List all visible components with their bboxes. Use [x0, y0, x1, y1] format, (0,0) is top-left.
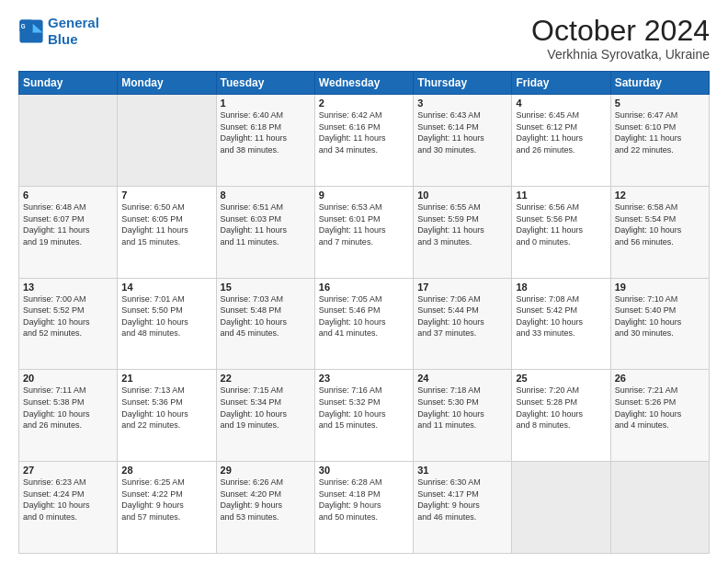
- week-row-4: 20Sunrise: 7:11 AM Sunset: 5:38 PM Dayli…: [19, 370, 710, 462]
- day-number: 1: [221, 98, 311, 109]
- day-cell: 2Sunrise: 6:42 AM Sunset: 6:16 PM Daylig…: [314, 95, 413, 187]
- day-number: 8: [221, 190, 311, 201]
- day-number: 9: [319, 190, 409, 201]
- calendar-header-row: Sunday Monday Tuesday Wednesday Thursday…: [19, 72, 710, 95]
- day-detail: Sunrise: 7:08 AM Sunset: 5:42 PM Dayligh…: [516, 293, 606, 339]
- day-cell: 22Sunrise: 7:15 AM Sunset: 5:34 PM Dayli…: [216, 370, 314, 462]
- day-number: 27: [23, 465, 113, 476]
- day-number: 30: [319, 465, 409, 476]
- day-detail: Sunrise: 6:48 AM Sunset: 6:07 PM Dayligh…: [23, 201, 113, 247]
- day-detail: Sunrise: 6:47 AM Sunset: 6:10 PM Dayligh…: [615, 109, 705, 155]
- day-detail: Sunrise: 7:15 AM Sunset: 5:34 PM Dayligh…: [221, 385, 311, 431]
- day-number: 19: [615, 282, 705, 293]
- day-number: 5: [615, 98, 705, 109]
- title-block: October 2024 Verkhnia Syrovatka, Ukraine: [531, 15, 710, 62]
- day-cell: 14Sunrise: 7:01 AM Sunset: 5:50 PM Dayli…: [118, 278, 216, 370]
- day-number: 17: [417, 282, 507, 293]
- th-sunday: Sunday: [19, 72, 118, 95]
- day-cell: 24Sunrise: 7:18 AM Sunset: 5:30 PM Dayli…: [414, 370, 512, 462]
- day-cell: 21Sunrise: 7:13 AM Sunset: 5:36 PM Dayli…: [118, 370, 216, 462]
- location-subtitle: Verkhnia Syrovatka, Ukraine: [531, 47, 710, 62]
- day-cell: 3Sunrise: 6:43 AM Sunset: 6:14 PM Daylig…: [414, 95, 512, 187]
- day-number: 3: [417, 98, 507, 109]
- th-thursday: Thursday: [414, 72, 512, 95]
- day-cell: 15Sunrise: 7:03 AM Sunset: 5:48 PM Dayli…: [216, 278, 314, 370]
- day-detail: Sunrise: 6:53 AM Sunset: 6:01 PM Dayligh…: [319, 201, 409, 247]
- day-detail: Sunrise: 7:06 AM Sunset: 5:44 PM Dayligh…: [417, 293, 507, 339]
- day-number: 10: [417, 190, 507, 201]
- day-cell: 12Sunrise: 6:58 AM Sunset: 5:54 PM Dayli…: [610, 186, 709, 278]
- day-cell: 11Sunrise: 6:56 AM Sunset: 5:56 PM Dayli…: [512, 186, 610, 278]
- day-detail: Sunrise: 7:20 AM Sunset: 5:28 PM Dayligh…: [516, 385, 606, 431]
- day-cell: 7Sunrise: 6:50 AM Sunset: 6:05 PM Daylig…: [118, 186, 216, 278]
- day-detail: Sunrise: 7:00 AM Sunset: 5:52 PM Dayligh…: [23, 293, 113, 339]
- day-detail: Sunrise: 6:25 AM Sunset: 4:22 PM Dayligh…: [121, 477, 211, 523]
- day-number: 14: [121, 282, 211, 293]
- th-saturday: Saturday: [610, 72, 709, 95]
- day-detail: Sunrise: 7:10 AM Sunset: 5:40 PM Dayligh…: [615, 293, 705, 339]
- th-wednesday: Wednesday: [314, 72, 413, 95]
- day-detail: Sunrise: 6:26 AM Sunset: 4:20 PM Dayligh…: [221, 477, 311, 523]
- week-row-3: 13Sunrise: 7:00 AM Sunset: 5:52 PM Dayli…: [19, 278, 710, 370]
- day-detail: Sunrise: 7:11 AM Sunset: 5:38 PM Dayligh…: [23, 385, 113, 431]
- day-number: 24: [417, 373, 507, 384]
- day-detail: Sunrise: 7:21 AM Sunset: 5:26 PM Dayligh…: [615, 385, 705, 431]
- day-cell: 16Sunrise: 7:05 AM Sunset: 5:46 PM Dayli…: [314, 278, 413, 370]
- day-detail: Sunrise: 6:51 AM Sunset: 6:03 PM Dayligh…: [221, 201, 311, 247]
- week-row-5: 27Sunrise: 6:23 AM Sunset: 4:24 PM Dayli…: [19, 462, 710, 554]
- day-detail: Sunrise: 6:30 AM Sunset: 4:17 PM Dayligh…: [417, 477, 507, 523]
- day-number: 23: [319, 373, 409, 384]
- logo-text: General Blue: [48, 15, 99, 48]
- day-cell: [610, 462, 709, 554]
- logo-line2: Blue: [48, 31, 78, 47]
- month-title: October 2024: [531, 15, 710, 47]
- day-detail: Sunrise: 6:50 AM Sunset: 6:05 PM Dayligh…: [121, 201, 211, 247]
- day-number: 22: [221, 373, 311, 384]
- day-detail: Sunrise: 6:40 AM Sunset: 6:18 PM Dayligh…: [221, 109, 311, 155]
- calendar-table: Sunday Monday Tuesday Wednesday Thursday…: [18, 71, 710, 554]
- day-detail: Sunrise: 7:01 AM Sunset: 5:50 PM Dayligh…: [121, 293, 211, 339]
- day-number: 20: [23, 373, 113, 384]
- day-cell: 9Sunrise: 6:53 AM Sunset: 6:01 PM Daylig…: [314, 186, 413, 278]
- day-cell: 1Sunrise: 6:40 AM Sunset: 6:18 PM Daylig…: [216, 95, 314, 187]
- logo: G General Blue: [18, 15, 99, 48]
- day-number: 13: [23, 282, 113, 293]
- day-detail: Sunrise: 7:03 AM Sunset: 5:48 PM Dayligh…: [221, 293, 311, 339]
- th-friday: Friday: [512, 72, 610, 95]
- day-number: 2: [319, 98, 409, 109]
- day-cell: 13Sunrise: 7:00 AM Sunset: 5:52 PM Dayli…: [19, 278, 118, 370]
- day-number: 7: [121, 190, 211, 201]
- day-cell: 23Sunrise: 7:16 AM Sunset: 5:32 PM Dayli…: [314, 370, 413, 462]
- day-number: 26: [615, 373, 705, 384]
- day-cell: 19Sunrise: 7:10 AM Sunset: 5:40 PM Dayli…: [610, 278, 709, 370]
- day-number: 28: [121, 465, 211, 476]
- day-cell: [118, 95, 216, 187]
- page: G General Blue October 2024 Verkhnia Syr…: [0, 0, 728, 563]
- day-detail: Sunrise: 6:56 AM Sunset: 5:56 PM Dayligh…: [516, 201, 606, 247]
- day-cell: 18Sunrise: 7:08 AM Sunset: 5:42 PM Dayli…: [512, 278, 610, 370]
- day-number: 31: [417, 465, 507, 476]
- day-number: 21: [121, 373, 211, 384]
- day-cell: 8Sunrise: 6:51 AM Sunset: 6:03 PM Daylig…: [216, 186, 314, 278]
- day-number: 12: [615, 190, 705, 201]
- day-cell: 28Sunrise: 6:25 AM Sunset: 4:22 PM Dayli…: [118, 462, 216, 554]
- day-cell: 26Sunrise: 7:21 AM Sunset: 5:26 PM Dayli…: [610, 370, 709, 462]
- day-cell: 17Sunrise: 7:06 AM Sunset: 5:44 PM Dayli…: [414, 278, 512, 370]
- day-detail: Sunrise: 6:43 AM Sunset: 6:14 PM Dayligh…: [417, 109, 507, 155]
- day-detail: Sunrise: 6:23 AM Sunset: 4:24 PM Dayligh…: [23, 477, 113, 523]
- day-detail: Sunrise: 7:13 AM Sunset: 5:36 PM Dayligh…: [121, 385, 211, 431]
- day-detail: Sunrise: 7:16 AM Sunset: 5:32 PM Dayligh…: [319, 385, 409, 431]
- svg-text:G: G: [21, 23, 26, 29]
- day-cell: [512, 462, 610, 554]
- day-cell: 27Sunrise: 6:23 AM Sunset: 4:24 PM Dayli…: [19, 462, 118, 554]
- day-number: 4: [516, 98, 606, 109]
- day-cell: 31Sunrise: 6:30 AM Sunset: 4:17 PM Dayli…: [414, 462, 512, 554]
- day-number: 6: [23, 190, 113, 201]
- day-cell: 4Sunrise: 6:45 AM Sunset: 6:12 PM Daylig…: [512, 95, 610, 187]
- day-detail: Sunrise: 6:58 AM Sunset: 5:54 PM Dayligh…: [615, 201, 705, 247]
- logo-icon: G: [18, 18, 44, 44]
- week-row-2: 6Sunrise: 6:48 AM Sunset: 6:07 PM Daylig…: [19, 186, 710, 278]
- day-cell: 30Sunrise: 6:28 AM Sunset: 4:18 PM Dayli…: [314, 462, 413, 554]
- day-detail: Sunrise: 6:55 AM Sunset: 5:59 PM Dayligh…: [417, 201, 507, 247]
- day-cell: 29Sunrise: 6:26 AM Sunset: 4:20 PM Dayli…: [216, 462, 314, 554]
